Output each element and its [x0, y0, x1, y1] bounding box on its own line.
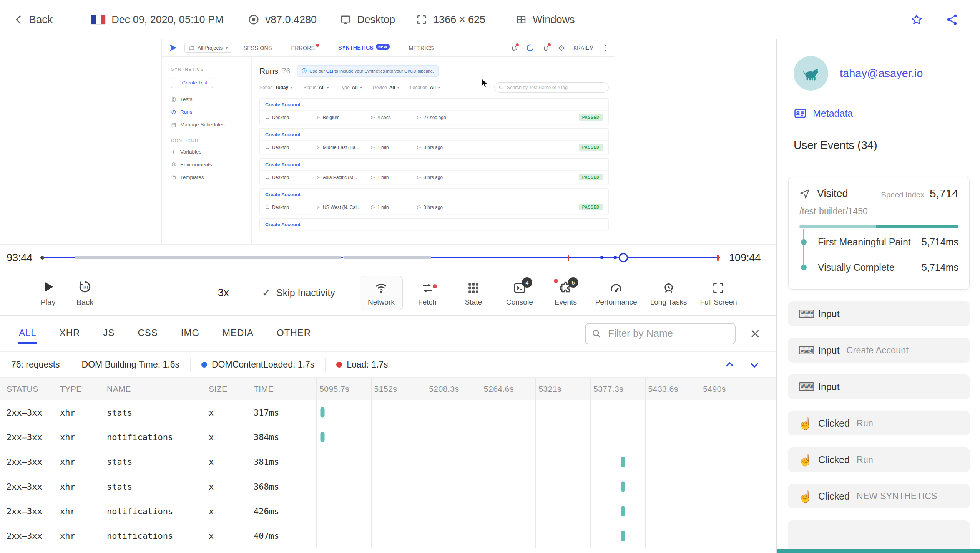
user-event-card[interactable]: ⌨ ☝ Input Create Account	[788, 338, 970, 363]
filter-dropdown[interactable]: DeviceAll▾	[373, 85, 399, 90]
sidebar-item-environments[interactable]: Environments	[171, 162, 251, 167]
network-tab[interactable]: ALL	[18, 324, 37, 344]
network-tab[interactable]: OTHER	[276, 324, 312, 344]
notification-dot	[548, 43, 551, 46]
full-screen-tool-button[interactable]: Full Screen	[695, 276, 742, 310]
metadata-button[interactable]: Metadata	[794, 107, 964, 120]
request-time: 426ms	[254, 507, 316, 516]
run-name-link[interactable]: Create Account	[260, 189, 608, 200]
monitor-icon	[265, 115, 270, 120]
cli-link[interactable]: CLI	[326, 69, 334, 73]
filter-dropdown[interactable]: LocationAll▾	[410, 85, 440, 90]
network-tab[interactable]: JS	[102, 324, 115, 344]
sidebar-item-variables[interactable]: Variables	[171, 149, 251, 155]
user-event-card[interactable]: ⌨ ☝ Input	[788, 374, 970, 399]
run-name-link[interactable]: Create Account	[260, 99, 608, 110]
kebab-menu-icon[interactable]: ⋮	[602, 44, 609, 52]
time-column-label: 5095.7s	[316, 384, 371, 394]
run-name-link[interactable]: Create Account	[260, 159, 608, 170]
visited-event-card[interactable]: Visited Speed Index 5,714 /test-builder/…	[788, 177, 970, 290]
alerts-bell-icon[interactable]	[543, 45, 550, 51]
network-request-row[interactable]: 2xx–3xx xhr notifications x 407ms	[0, 523, 776, 548]
keyboard-icon: ⌨	[798, 380, 814, 394]
state-tool-button[interactable]: State	[452, 276, 495, 310]
network-request-row[interactable]: 2xx–3xx xhr notifications x 426ms	[0, 499, 776, 523]
top-bar: Back Dec 09, 2020, 05:10 PM v87.0.4280 D…	[0, 0, 980, 39]
filter-dropdown[interactable]: TypeAll▾	[340, 85, 362, 90]
filter-dropdown[interactable]: StatusAll▾	[303, 85, 329, 90]
user-event-card[interactable]: ⌨ ☝ Clicked Run	[788, 411, 970, 435]
filter-dropdown[interactable]: PeriodToday▾	[259, 85, 292, 90]
app-tab[interactable]: SYNTHETICSNEW	[338, 45, 389, 51]
performance-tool-button[interactable]: Performance	[590, 276, 642, 310]
events-tool-button[interactable]: 6 Events	[544, 276, 587, 310]
back-10-button[interactable]: 10 Back	[66, 279, 103, 307]
create-test-button[interactable]: +Create Test	[171, 78, 213, 88]
browser-icon	[248, 14, 259, 25]
run-row[interactable]: Desktop Asia Pacific (M... 1 min 3 hrs a…	[260, 170, 608, 184]
run-row[interactable]: Desktop Belgium 4 secs 27 sec ago PASSED	[260, 110, 608, 124]
metric-label: Visually Complete	[818, 262, 895, 273]
page-title: Runs	[259, 66, 278, 76]
fetch-tool-button[interactable]: Fetch	[406, 276, 449, 310]
sidebar-item-tests[interactable]: Tests	[171, 96, 251, 102]
run-device: Desktop	[265, 205, 316, 210]
paint-metric-row: Visually Complete 5,714ms	[818, 255, 958, 280]
close-panel-button[interactable]	[749, 328, 761, 339]
clock-icon	[417, 205, 421, 210]
sidebar-item-runs[interactable]: Runs	[171, 109, 251, 115]
user-event-card[interactable]: ⌨ ☝ Clicked NEW SYNTHETICS	[788, 484, 970, 508]
run-time-ago: 3 hrs ago	[417, 145, 579, 150]
tool-label: State	[465, 298, 482, 306]
network-tab[interactable]: MEDIA	[222, 324, 254, 344]
sidebar-item-templates[interactable]: Templates	[171, 174, 251, 180]
chevron-down-icon[interactable]	[749, 359, 760, 371]
back-button[interactable]: Back	[13, 13, 53, 26]
sidebar-item-manage-schedules[interactable]: Manage Schedules	[171, 122, 251, 127]
network-request-row[interactable]: 2xx–3xx xhr stats x 368ms	[0, 474, 776, 499]
network-tab[interactable]: CSS	[137, 324, 158, 344]
tool-label: Full Screen	[700, 298, 737, 306]
timeline-handle[interactable]	[619, 253, 628, 262]
network-tab[interactable]: XHR	[59, 324, 81, 344]
request-time: 317ms	[254, 408, 316, 417]
network-request-row[interactable]: 2xx–3xx xhr stats x 381ms	[0, 450, 776, 474]
request-status: 2xx–3xx	[7, 531, 60, 541]
run-name-link[interactable]: Create Account	[260, 219, 608, 230]
long-tasks-tool-button[interactable]: Long Tasks	[645, 276, 692, 310]
run-row[interactable]: Desktop Middle East (Ba... 1 min 3 hrs a…	[260, 140, 608, 154]
share-icon[interactable]	[945, 13, 958, 26]
network-tool-button[interactable]: Network	[360, 276, 403, 310]
user-event-card[interactable]: ⌨ ☝ Clicked Run	[788, 447, 970, 472]
timeline-event-dot	[600, 256, 603, 259]
project-selector[interactable]: All Projects ▾	[184, 43, 232, 53]
network-tab[interactable]: IMG	[180, 324, 200, 344]
network-request-row[interactable]: 2xx–3xx xhr stats x 317ms	[0, 400, 776, 425]
speed-index: Speed Index 5,714	[881, 187, 958, 200]
app-tab[interactable]: ERRORS	[291, 45, 319, 51]
runs-search-input[interactable]	[494, 82, 609, 93]
speed-index-label: Speed Index	[881, 190, 924, 199]
monitor-icon	[340, 14, 351, 25]
user-email[interactable]: tahay@asayer.io	[840, 67, 923, 80]
favorite-star-icon[interactable]	[910, 13, 923, 26]
app-tab[interactable]: METRICS	[409, 45, 434, 51]
user-menu[interactable]: KRAIEM	[573, 45, 594, 51]
clock-icon	[417, 115, 421, 120]
skip-inactivity-toggle[interactable]: ✓ Skip Inactivity	[262, 286, 335, 299]
gear-icon[interactable]: ⚙	[558, 44, 565, 52]
announcements-bell-icon[interactable]	[511, 45, 518, 51]
chevron-up-icon[interactable]	[724, 359, 736, 371]
network-filter-input[interactable]	[585, 323, 736, 344]
console-tool-button[interactable]: 4 Console	[498, 276, 541, 310]
play-button[interactable]: Play	[30, 279, 66, 307]
network-request-row[interactable]: 2xx–3xx xhr notifications x 384ms	[0, 425, 776, 449]
event-label: Clicked	[818, 491, 850, 502]
user-event-card[interactable]: ⌨ ☝ Input	[788, 301, 970, 326]
speed-toggle[interactable]: 3x	[218, 287, 229, 299]
run-row[interactable]: Desktop US West (N. Cal... 1 min 3 hrs a…	[260, 200, 608, 214]
app-tab[interactable]: SESSIONS	[244, 45, 272, 51]
timeline-track[interactable]	[41, 245, 720, 270]
user-event-card-partial[interactable]	[788, 520, 970, 553]
run-name-link[interactable]: Create Account	[260, 129, 608, 140]
